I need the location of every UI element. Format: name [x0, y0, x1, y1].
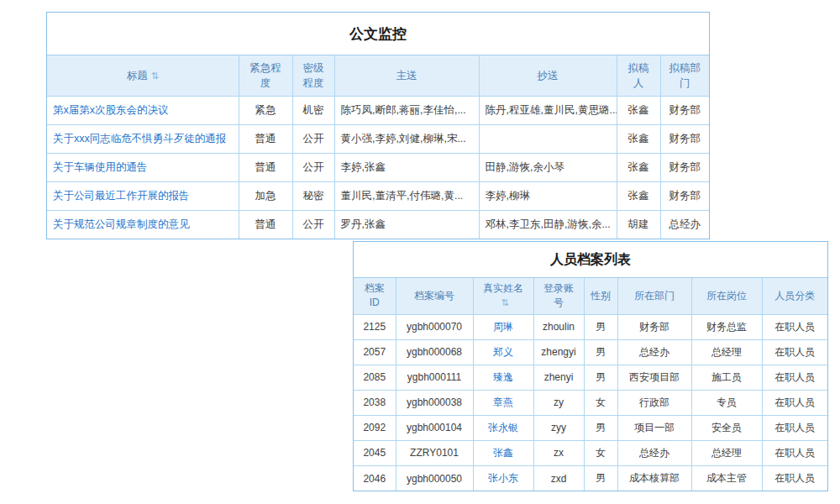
personnel-col-header-position: 所在岗位 [691, 278, 762, 314]
doc-mainsend-cell: 罗丹,张鑫 [334, 210, 479, 239]
doc-drafter-cell: 张鑫 [617, 96, 660, 124]
personnel-department-cell: 财务部 [617, 314, 691, 339]
doc-drafter-cell: 张鑫 [617, 153, 660, 181]
doc-secrecy-cell: 公开 [292, 124, 334, 153]
doc-urgency-cell: 普通 [239, 124, 292, 153]
doc-dept-cell: 财务部 [660, 96, 709, 124]
personnel-gender-cell: 男 [584, 415, 617, 440]
personnel-col-header-realname[interactable]: 真实姓名⇅ [473, 278, 533, 314]
personnel-gender-cell: 男 [584, 465, 617, 491]
doc-table-row: 第x届第x次股东会的决议 紧急 机密 陈巧凤,断郎,蒋丽,李佳怡,... 陈丹,… [47, 96, 709, 124]
doc-mainsend-cell: 李婷,张鑫 [334, 153, 479, 181]
personnel-department-cell: 总经办 [617, 339, 691, 365]
personnel-col-header-gender: 性别 [584, 278, 617, 314]
personnel-name-cell: 郑义 [473, 339, 533, 365]
doc-dept-cell: 财务部 [660, 124, 709, 153]
personnel-gender-cell: 男 [584, 314, 617, 339]
doc-col-header-secrecy: 密级程度 [292, 55, 334, 96]
personnel-id-cell: 2057 [354, 339, 396, 365]
personnel-name-link[interactable]: 郑义 [493, 346, 513, 358]
doc-dept-cell: 财务部 [660, 153, 709, 181]
doc-header-row: 标题⇅ 紧急程度 密级程度 主送 抄送 拟稿人 拟稿部门 [47, 55, 709, 96]
doc-cc-cell: 陈丹,程亚雄,董川民,黄思璐... [479, 96, 617, 124]
personnel-position-cell: 安全员 [691, 415, 762, 440]
doc-col-header-title[interactable]: 标题⇅ [47, 55, 239, 96]
personnel-code-cell: ygbh000070 [396, 314, 473, 339]
personnel-category-cell: 在职人员 [762, 465, 827, 491]
personnel-id-cell: 2092 [354, 415, 396, 440]
personnel-name-cell: 张鑫 [473, 440, 533, 465]
doc-dept-cell: 总经办 [660, 210, 709, 239]
doc-table-row: 关于xxx同志临危不惧勇斗歹徒的通报 普通 公开 黄小强,李婷,刘健,柳琳,宋.… [47, 124, 709, 153]
personnel-name-cell: 周琳 [473, 314, 533, 339]
doc-title-cell: 关于公司最近工作开展的报告 [47, 181, 239, 210]
personnel-department-cell: 西安项目部 [617, 365, 691, 390]
personnel-col-header-category: 人员分类 [762, 278, 827, 314]
doc-title-link[interactable]: 关于xxx同志临危不惧勇斗歹徒的通报 [53, 133, 226, 144]
sort-icon: ⇅ [501, 297, 508, 310]
doc-col-header-cc: 抄送 [479, 55, 617, 96]
doc-title-link[interactable]: 关于车辆使用的通告 [53, 161, 148, 173]
doc-dept-cell: 财务部 [660, 181, 709, 210]
personnel-name-cell: 张小东 [473, 465, 533, 491]
doc-title-cell: 关于规范公司规章制度的意见 [47, 210, 239, 239]
personnel-table-row: 2125 ygbh000070 周琳 zhoulin 男 财务部 财务总监 在职… [354, 314, 827, 339]
personnel-col-header-account: 登录账号 [533, 278, 584, 314]
personnel-table-row: 2038 ygbh000038 章燕 zy 女 行政部 专员 在职人员 [354, 390, 827, 415]
personnel-account-cell: zhoulin [533, 314, 584, 339]
personnel-position-cell: 总经理 [691, 339, 762, 365]
doc-title-cell: 关于车辆使用的通告 [47, 153, 239, 181]
personnel-position-cell: 财务总监 [691, 314, 762, 339]
personnel-position-cell: 总经理 [691, 440, 762, 465]
doc-title-link[interactable]: 第x届第x次股东会的决议 [53, 104, 169, 116]
personnel-table-row: 2085 ygbh000111 臻逸 zhenyi 男 西安项目部 施工员 在职… [354, 365, 827, 390]
personnel-code-cell: ygbh000104 [396, 415, 473, 440]
doc-col-header-urgency: 紧急程度 [239, 55, 292, 96]
personnel-table-row: 2057 ygbh000068 郑义 zhengyi 男 总经办 总经理 在职人… [354, 339, 827, 365]
doc-title-link[interactable]: 关于规范公司规章制度的意见 [53, 218, 190, 230]
personnel-name-link[interactable]: 章燕 [493, 396, 513, 408]
personnel-table-row: 2092 ygbh000104 张永银 zyy 男 项目一部 安全员 在职人员 [354, 415, 827, 440]
personnel-account-cell: zhenyi [533, 365, 584, 390]
personnel-name-link[interactable]: 周琳 [493, 321, 513, 333]
personnel-id-cell: 2125 [354, 314, 396, 339]
doc-title-link[interactable]: 关于公司最近工作开展的报告 [53, 190, 190, 202]
personnel-name-link[interactable]: 张鑫 [493, 447, 513, 459]
personnel-position-cell: 施工员 [691, 365, 762, 390]
personnel-category-cell: 在职人员 [762, 339, 827, 365]
personnel-col-header-code: 档案编号 [396, 278, 473, 314]
doc-col-header-dept: 拟稿部门 [660, 55, 709, 96]
doc-secrecy-cell: 秘密 [292, 181, 334, 210]
personnel-code-cell: ygbh000050 [396, 465, 473, 491]
personnel-col-header-realname-label: 真实姓名 [483, 282, 523, 294]
doc-cc-cell: 李婷,柳琳 [479, 181, 617, 210]
personnel-code-cell: ygbh000111 [396, 365, 473, 390]
personnel-department-cell: 行政部 [617, 390, 691, 415]
personnel-name-link[interactable]: 张永银 [488, 422, 518, 433]
doc-urgency-cell: 加急 [239, 181, 292, 210]
personnel-position-cell: 专员 [691, 390, 762, 415]
personnel-gender-cell: 女 [584, 440, 617, 465]
personnel-col-header-department: 所在部门 [617, 278, 691, 314]
personnel-gender-cell: 男 [584, 339, 617, 365]
doc-urgency-cell: 普通 [239, 210, 292, 239]
personnel-id-cell: 2085 [354, 365, 396, 390]
personnel-name-link[interactable]: 张小东 [488, 472, 518, 484]
personnel-id-cell: 2045 [354, 440, 396, 465]
personnel-code-cell: ygbh000068 [396, 339, 473, 365]
personnel-department-cell: 项目一部 [617, 415, 691, 440]
doc-title-cell: 关于xxx同志临危不惧勇斗歹徒的通报 [47, 124, 239, 153]
personnel-header-row: 档案ID 档案编号 真实姓名⇅ 登录账号 性别 所在部门 所在岗位 人员分类 [354, 278, 827, 314]
doc-mainsend-cell: 陈巧凤,断郎,蒋丽,李佳怡,... [334, 96, 479, 124]
doc-secrecy-cell: 公开 [292, 153, 334, 181]
doc-col-header-title-label: 标题 [127, 70, 148, 81]
doc-monitor-table: 标题⇅ 紧急程度 密级程度 主送 抄送 拟稿人 拟稿部门 第x届第x次股东会的决… [47, 55, 709, 239]
doc-cc-cell [479, 124, 617, 153]
doc-monitor-panel: 公文监控 标题⇅ 紧急程度 密级程度 主送 抄送 拟稿人 拟稿部门 第x届第x次… [46, 12, 710, 239]
doc-cc-cell: 邓林,李卫东,田静,游恢,余... [479, 210, 617, 239]
doc-col-header-mainsend: 主送 [334, 55, 479, 96]
doc-drafter-cell: 胡建 [617, 210, 660, 239]
personnel-gender-cell: 男 [584, 365, 617, 390]
personnel-name-link[interactable]: 臻逸 [493, 371, 513, 383]
personnel-code-cell: ZZRY0101 [396, 440, 473, 465]
